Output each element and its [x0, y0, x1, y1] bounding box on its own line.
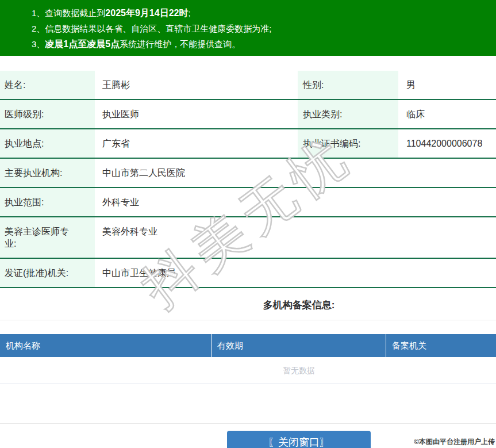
- table-row: 姓名: 王腾彬 性别: 男: [0, 71, 496, 100]
- table-row: 执业范围: 外科专业: [0, 188, 496, 217]
- column-header-org-name: 机构名称: [0, 334, 212, 357]
- field-value: 男: [398, 71, 496, 99]
- filing-table: 机构名称 有效期 备案机关 暂无数据: [0, 334, 496, 384]
- notice-number: 3、: [32, 39, 45, 49]
- notice-banner: 1、查询数据截止到2025年9月14日22时; 2、信息数据结果以各省、自治区、…: [0, 0, 496, 56]
- field-label: 姓名:: [0, 71, 95, 99]
- table-row: 美容主诊医师专业: 美容外科专业: [0, 217, 496, 259]
- field-value: 执业医师: [95, 100, 298, 128]
- field-value: 广东省: [95, 129, 298, 158]
- table-row: 执业地点: 广东省 执业证书编码: 110442000006078: [0, 129, 496, 159]
- notice-text-bold: 2025年9月14日22时: [105, 8, 188, 18]
- practitioner-details-table: 姓名: 王腾彬 性别: 男 医师级别: 执业医师 执业类别: 临床 执业地点: …: [0, 71, 496, 288]
- field-label: 执业范围:: [0, 188, 95, 216]
- field-value: 王腾彬: [95, 71, 298, 99]
- divider: [0, 384, 496, 424]
- notice-text: 系统进行维护，不能提供查询。: [120, 39, 240, 49]
- uploader-stamp-text: ©本图由平台注册用户上传: [414, 437, 495, 447]
- field-value: 外科专业: [95, 188, 496, 216]
- field-label: 发证(批准)机关:: [0, 259, 95, 287]
- field-label: 医师级别:: [0, 100, 95, 128]
- filing-section-title: 多机构备案信息:: [263, 300, 335, 311]
- field-label: 执业地点:: [0, 129, 95, 158]
- field-label: 性别:: [298, 71, 398, 99]
- field-value: 临床: [398, 100, 496, 128]
- page: 1、查询数据截止到2025年9月14日22时; 2、信息数据结果以各省、自治区、…: [0, 0, 496, 448]
- notice-item-1: 1、查询数据截止到2025年9月14日22时;: [32, 5, 496, 21]
- table-row: 发证(批准)机关: 中山市卫生健康局: [0, 259, 496, 288]
- notice-text: 信息数据结果以各省、自治区、直辖市卫生健康委数据为准;: [45, 24, 271, 33]
- notice-item-2: 2、信息数据结果以各省、自治区、直辖市卫生健康委数据为准;: [32, 21, 496, 36]
- field-value: 中山市第二人民医院: [95, 159, 496, 187]
- field-value: 110442000006078: [398, 129, 496, 158]
- notice-text-bold: 凌晨1点至凌晨5点: [45, 39, 120, 49]
- notice-text: 查询数据截止到: [45, 8, 105, 18]
- column-header-authority: 备案机关: [386, 334, 496, 357]
- close-window-button[interactable]: 〖关闭窗口〗: [227, 431, 371, 448]
- field-value: 中山市卫生健康局: [95, 259, 496, 287]
- notice-text: ;: [188, 8, 190, 18]
- field-label: 执业类别:: [298, 100, 398, 128]
- notice-item-3: 3、凌晨1点至凌晨5点系统进行维护，不能提供查询。: [32, 36, 496, 52]
- empty-data-placeholder: 暂无数据: [0, 357, 496, 384]
- field-label: 执业证书编码:: [298, 129, 398, 158]
- field-value: 美容外科专业: [95, 217, 496, 258]
- column-header-valid-date: 有效期: [212, 334, 386, 357]
- notice-number: 2、: [32, 24, 45, 33]
- filing-section: 多机构备案信息:: [0, 288, 496, 320]
- field-label: 美容主诊医师专业:: [0, 217, 95, 258]
- notice-list: 1、查询数据截止到2025年9月14日22时; 2、信息数据结果以各省、自治区、…: [32, 5, 496, 52]
- table-row: 主要执业机构: 中山市第二人民医院: [0, 159, 496, 188]
- field-label: 主要执业机构:: [0, 159, 95, 187]
- table-row: 医师级别: 执业医师 执业类别: 临床: [0, 100, 496, 129]
- filing-table-header: 机构名称 有效期 备案机关: [0, 334, 496, 357]
- notice-number: 1、: [32, 8, 45, 18]
